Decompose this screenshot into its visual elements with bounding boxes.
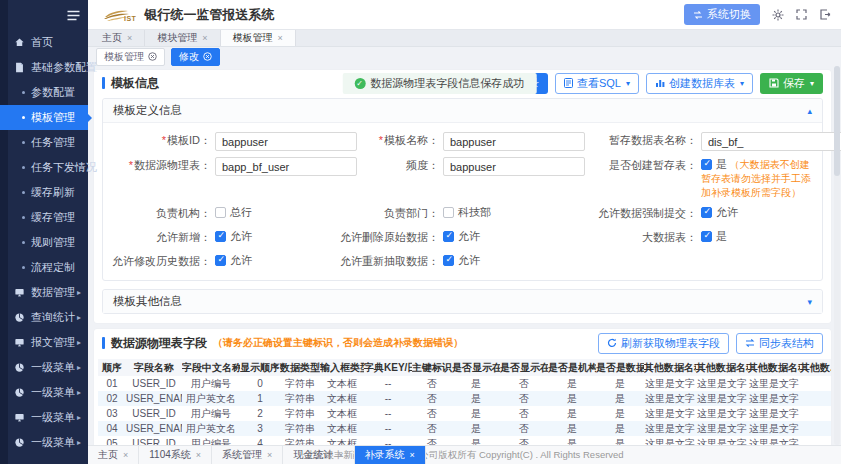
table-cell: 是: [596, 406, 644, 421]
sidebar-item-level1-menu-4[interactable]: 一级菜单▸: [0, 430, 88, 455]
close-tab-icon[interactable]: ×: [410, 450, 415, 460]
system-tab-系统管理[interactable]: 系统管理×: [212, 446, 283, 464]
close-tab-icon[interactable]: ×: [338, 450, 343, 460]
refresh-fields-button[interactable]: 刷新获取物理表字段: [598, 333, 729, 354]
table-cell: 文本框: [320, 376, 364, 391]
sidebar-item-query-stats[interactable]: 查询统计▸: [0, 305, 88, 330]
table-row[interactable]: 01USER_ID用户编号0字符串文本框--否是否是是这里是文字这里是文字这里是…: [98, 376, 831, 391]
success-toast: ✓ 数据源物理表字段信息保存成功: [342, 73, 536, 94]
view-sql-button[interactable]: 查看SQL▾: [555, 73, 639, 94]
checkbox-3-1[interactable]: [443, 231, 454, 242]
system-tab-现金统计[interactable]: 现金统计×: [283, 446, 354, 464]
scrollbar-thumb[interactable]: [834, 66, 840, 176]
breadcrumb-chip-修改[interactable]: 修改: [171, 48, 220, 66]
tab-label: 模块管理: [157, 31, 197, 45]
circle-x-icon[interactable]: [148, 52, 157, 61]
form-row: 允许新增：允许允许删除原始数据：允许大数据表：是: [107, 227, 818, 247]
collapse-up-icon[interactable]: ▴: [807, 106, 812, 116]
column-header: 主键标识: [412, 359, 452, 376]
system-switch-button[interactable]: 系统切换: [684, 4, 760, 25]
sidebar-item-cache-mgmt[interactable]: 缓存管理: [0, 205, 88, 230]
checkbox-2-0[interactable]: [215, 207, 226, 218]
sidebar-item-template-mgmt[interactable]: 模板管理: [0, 105, 88, 130]
tab-模块管理[interactable]: 模块管理×: [145, 30, 220, 46]
circle-x-icon[interactable]: [203, 52, 212, 61]
table-cell: 这里是文字: [696, 421, 748, 436]
tab-主页[interactable]: 主页×: [90, 30, 145, 46]
table-cell: 这里是文字: [644, 436, 696, 445]
field-label: 是否创建暂存表：: [569, 155, 697, 173]
close-tab-icon[interactable]: ×: [267, 450, 272, 460]
checkbox-3-2[interactable]: [701, 231, 712, 242]
table-cell: 否: [500, 436, 548, 445]
checkbox-4-0[interactable]: [215, 255, 226, 266]
checkbox-2-1[interactable]: [443, 207, 454, 218]
field-label: 允许重新抽取数据：: [339, 251, 439, 269]
checkbox-3-0[interactable]: [215, 231, 226, 242]
create-db-table-button[interactable]: 创建数据库表▾: [646, 73, 753, 94]
field-input-0-0[interactable]: [215, 132, 357, 151]
system-tab-1104系统[interactable]: 1104系统×: [139, 446, 212, 464]
collapse-down-icon[interactable]: ▾: [807, 297, 812, 307]
sidebar-item-param-config[interactable]: 参数配置: [0, 80, 88, 105]
sidebar-item-process-custom[interactable]: 流程定制: [0, 255, 88, 280]
table-cell: --: [364, 391, 412, 406]
collapse-menu-icon[interactable]: [67, 10, 80, 21]
field-input-1-1[interactable]: [443, 157, 585, 176]
sidebar-item-level1-menu-1[interactable]: 一级菜单▸: [0, 355, 88, 380]
system-tab-主页[interactable]: 主页×: [88, 446, 139, 464]
sidebar-item-base-params[interactable]: 基础参数配置▾: [0, 55, 88, 80]
table-row[interactable]: 03USER_ID用户编号2字符串文本框--否是否是是这里是文字这里是文字这里是…: [98, 406, 831, 421]
checkbox-1-2[interactable]: [701, 159, 712, 170]
field-label: 暂存数据表名称：: [569, 130, 697, 148]
field-control: 科技部: [439, 203, 569, 220]
sidebar-item-level1-menu-3[interactable]: 一级菜单▸: [0, 405, 88, 430]
table-cell: 这里是文字: [748, 421, 800, 436]
section-accent-bar: [102, 77, 105, 89]
breadcrumb-chip-模板管理[interactable]: 模板管理: [96, 48, 165, 66]
template-info-card: 模板信息 ✓ 数据源物理表字段信息保存成功 表单补录查看SQL▾创建数据库表▾保…: [94, 70, 831, 323]
table-body: 01USER_ID用户编号0字符串文本框--否是否是是这里是文字这里是文字这里是…: [98, 376, 831, 445]
sidebar-item-cache-refresh[interactable]: 缓存刷新: [0, 180, 88, 205]
field-input-0-1[interactable]: [443, 132, 585, 151]
table-row[interactable]: 02USER_ENAME用户英文名1字符串文本框--否是否是是这里是文字这里是文…: [98, 391, 831, 406]
pie-icon: [14, 312, 25, 323]
gear-icon[interactable]: [772, 9, 784, 21]
table-row[interactable]: 04USER_ENAME用户英文名3字符串文本框--否是否是是这里是文字这里是文…: [98, 421, 831, 436]
table-cell: 02: [98, 391, 126, 406]
vertical-scrollbar[interactable]: [834, 66, 840, 445]
table-row[interactable]: 05USER_ID用户编号4字符串文本框--否是否是是这里是文字这里是文字这里是…: [98, 436, 831, 445]
system-tab-补录系统[interactable]: 补录系统×: [355, 446, 426, 464]
close-tab-icon[interactable]: ×: [123, 450, 128, 460]
checkbox-2-2[interactable]: [701, 207, 712, 218]
sidebar-item-task-mgmt[interactable]: 任务管理: [0, 130, 88, 155]
close-tab-icon[interactable]: ×: [196, 450, 201, 460]
table-cell: 是: [548, 406, 596, 421]
sidebar-item-message-mgmt[interactable]: 报文管理▸: [0, 330, 88, 355]
field-input-1-0[interactable]: [215, 157, 357, 176]
checkbox-4-1[interactable]: [443, 255, 454, 266]
fullscreen-icon[interactable]: [796, 9, 807, 20]
save-button[interactable]: 保存▾: [760, 73, 823, 94]
form-field: 允许重新抽取数据：允许: [339, 251, 569, 271]
sidebar-item-task-dispatch[interactable]: 任务下发情况: [0, 155, 88, 180]
field-control: 允许: [439, 227, 569, 244]
logout-icon[interactable]: [819, 9, 831, 20]
close-tab-icon[interactable]: ×: [278, 33, 283, 43]
close-tab-icon[interactable]: ×: [127, 33, 132, 43]
sidebar-item-level1-menu-2[interactable]: 一级菜单▸: [0, 380, 88, 405]
sidebar-item-rule-mgmt[interactable]: 规则管理: [0, 230, 88, 255]
field-input-0-2[interactable]: [701, 132, 841, 151]
sidebar-item-home[interactable]: 首页: [0, 30, 88, 55]
sidebar-item-data-mgmt[interactable]: 数据管理▸: [0, 280, 88, 305]
field-label: 允许新增：: [107, 227, 211, 245]
template-other-section: 模板其他信息 ▾: [102, 289, 823, 314]
sync-structure-button[interactable]: 同步表结构: [736, 333, 823, 354]
table-cell: 这里是文字: [644, 406, 696, 421]
template-other-header: 模板其他信息 ▾: [103, 290, 822, 313]
field-label: *数据源物理表：: [107, 155, 211, 173]
column-header: 其他数...: [800, 359, 831, 376]
template-definition-form: *模板ID：*模板名称：暂存数据表名称：*数据源物理表：频度：是否创建暂存表：是…: [103, 123, 822, 280]
close-tab-icon[interactable]: ×: [202, 33, 207, 43]
tab-模板管理[interactable]: 模板管理×: [221, 30, 296, 46]
